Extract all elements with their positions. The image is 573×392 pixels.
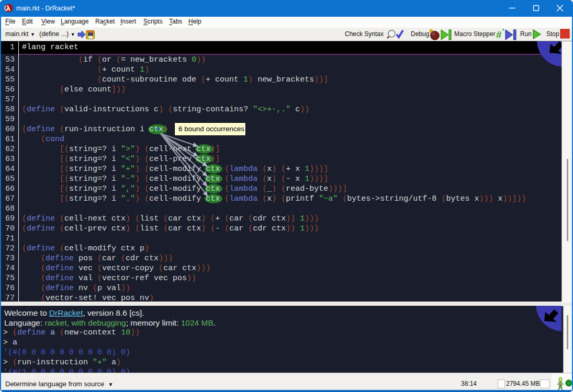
svg-text:': ' <box>502 28 504 36</box>
svg-text:#: # <box>496 29 502 40</box>
